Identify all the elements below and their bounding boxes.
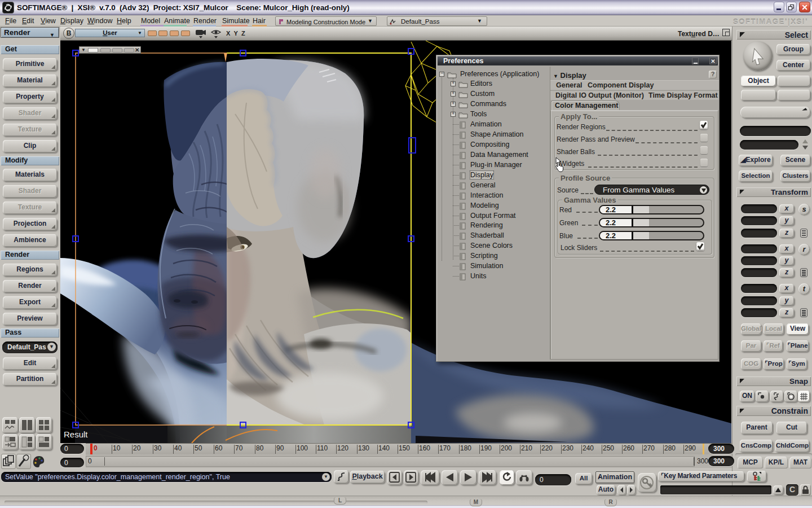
svg-text:Result: Result	[64, 430, 88, 439]
